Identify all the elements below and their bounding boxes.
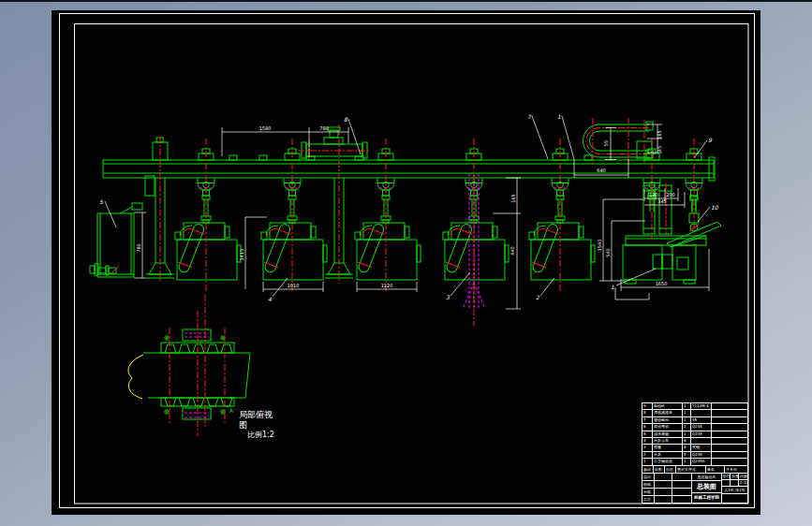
- sign-cell: [672, 489, 691, 495]
- stamp-label-cell: 阶段标记: [722, 474, 731, 479]
- parts-cell: 1: [642, 459, 653, 464]
- dim-drive-width: 1650: [656, 281, 668, 286]
- balloon-labels: 5 8 7 1 9 10 1 4 3 2: [99, 113, 719, 302]
- parts-cell: 7: [642, 417, 653, 423]
- balloon-10: 10: [711, 204, 719, 211]
- parts-cell: 1: [683, 459, 691, 464]
- parts-cell: 工字钢轨道: [653, 459, 683, 464]
- parts-cell: [712, 438, 727, 444]
- title-block: 9电动机1Y112M-48摆线减速器17驱动链轮1456回转弯轨2Q2355清洗…: [642, 402, 748, 504]
- dim-utube-gap: 55: [603, 140, 609, 146]
- parts-cell: Q235: [691, 452, 712, 458]
- balloon-8: 8: [344, 116, 348, 123]
- detail-title-line1: 局部俯视: [239, 410, 273, 419]
- stamp-value-cell: 1:10: [739, 480, 747, 486]
- detail-title-line2: 图: [239, 420, 247, 430]
- dim-drive-pitch-left: 180: [649, 192, 658, 197]
- tank-detail: [90, 203, 142, 277]
- parts-list: 9电动机1Y112M-48摆线减速器17驱动链轮1456回转弯轨2Q2355清洗…: [642, 403, 747, 466]
- parts-row: 6回转弯轨2Q235: [642, 424, 747, 431]
- sign-row: 工艺: [642, 496, 691, 503]
- dim-utube-width: 640: [597, 168, 606, 173]
- parts-cell: 喷嘴: [653, 445, 683, 450]
- title-right: 阶段标记质量比例 1:10 共1张 第1张: [722, 474, 747, 503]
- sign-row: 设计: [642, 474, 691, 481]
- balloon-2: 2: [536, 294, 540, 300]
- sign-cell: 设计: [642, 474, 655, 480]
- sign-cell: [655, 481, 672, 488]
- parts-row: 8摆线减速器1: [642, 410, 747, 416]
- change-cell: 处数: [654, 466, 665, 473]
- change-cell: 标记: [642, 466, 654, 473]
- dim-rail-left: 1580: [259, 125, 272, 131]
- detail-caption: A 局部俯视 图 比例1:2: [229, 407, 274, 439]
- parts-cell: 9: [642, 403, 653, 409]
- parts-cell: Q235: [691, 431, 712, 437]
- parts-row: 7驱动链轮145: [642, 417, 747, 424]
- parts-cell: [712, 452, 727, 458]
- sign-row: 校核: [642, 481, 691, 489]
- right-labels: 阶段标记质量比例: [722, 474, 747, 480]
- parts-cell: [691, 410, 712, 416]
- sign-cell: [672, 481, 691, 488]
- dim-carriage-height: 1415: [239, 249, 244, 261]
- sign-cell: 审核: [642, 489, 655, 495]
- parts-cell: [691, 438, 712, 444]
- sign-row: 审核: [642, 489, 691, 496]
- dim-box2-width: 1120: [381, 283, 393, 288]
- change-row: 标记处数分区更改文件号签名年月日: [642, 466, 747, 474]
- stamp-label-cell: 质量: [731, 474, 739, 479]
- parts-cell: 摆线减速器: [653, 410, 683, 416]
- parts-cell: 5: [642, 431, 653, 437]
- parts-cell: Q235A: [691, 459, 712, 464]
- balloon-4: 4: [268, 296, 272, 302]
- parts-cell: 回转弯轨: [653, 424, 683, 430]
- balloon-9: 9: [708, 137, 713, 143]
- parts-cell: 黄铜: [691, 445, 712, 450]
- parts-cell: 8: [683, 445, 691, 450]
- dim-nozzle-offset: 165: [510, 194, 516, 203]
- parts-cell: 驱动链轮: [653, 417, 683, 423]
- balloon-3: 3: [446, 294, 450, 300]
- parts-cell: [712, 410, 727, 416]
- title-center: 悬挂输送机 总装图 机械工程学院: [692, 474, 722, 503]
- parts-cell: 8: [642, 410, 653, 416]
- wash-unit-2: [261, 149, 327, 280]
- u-turn-track: [583, 118, 654, 165]
- parts-row: 9电动机1Y112M-4: [642, 403, 747, 410]
- change-cell: 签名: [706, 466, 725, 473]
- balloon-5: 5: [99, 198, 104, 205]
- parts-row: 1工字钢轨道1Q235A: [642, 459, 747, 465]
- parts-cell: [712, 445, 727, 450]
- drawing-title: 总装图: [692, 481, 721, 493]
- wash-unit-3: [355, 149, 421, 280]
- wash-unit-5: [529, 149, 595, 280]
- parts-cell: 4: [642, 438, 653, 444]
- sign-cell: 工艺: [642, 496, 655, 503]
- dim-rail-right: 780: [319, 125, 329, 131]
- parts-cell: [712, 417, 727, 423]
- wash-unit-1: [175, 149, 241, 280]
- title-block-bottom: 设计校核审核工艺 悬挂输送机 总装图 机械工程学院 阶段标记质量比例 1:10 …: [642, 474, 747, 503]
- stamp-value-cell: [722, 480, 731, 486]
- sign-cell: 校核: [642, 481, 655, 488]
- right-blank: [722, 494, 747, 503]
- cad-viewport[interactable]: 1580 780 640 55 165 45 180 200 345 1540 …: [52, 10, 760, 515]
- monorail-track: [103, 155, 715, 181]
- parts-cell: 1: [683, 431, 691, 437]
- parts-cell: 1: [683, 417, 691, 423]
- parts-cell: 吊具: [653, 452, 683, 458]
- parts-cell: 1: [683, 403, 691, 409]
- wash-unit-4: [443, 149, 509, 280]
- parts-cell: [712, 431, 727, 437]
- sign-cell: [655, 489, 672, 495]
- parts-cell: [712, 424, 727, 430]
- balloon-7: 7: [527, 113, 532, 120]
- app-window: { "colors": {"g":"#00e000","r":"#ff1a1a"…: [0, 0, 812, 526]
- pulley-detail-view: [128, 329, 250, 419]
- section-label: A: [229, 407, 234, 414]
- centerlines: [160, 124, 694, 436]
- sign-cell: [672, 496, 691, 503]
- parts-cell: 3: [642, 445, 653, 450]
- organization: 机械工程学院: [692, 493, 721, 503]
